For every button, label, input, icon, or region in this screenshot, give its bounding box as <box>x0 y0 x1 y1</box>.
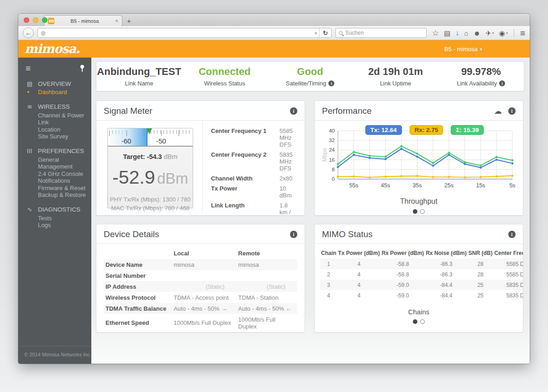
bookmarks-icon[interactable]: ▤ <box>444 30 450 37</box>
back-button[interactable]: ← <box>23 27 34 38</box>
sidebar-item-label: Tests <box>38 215 52 222</box>
downloads-icon[interactable]: ↓ <box>455 29 459 37</box>
table-row: 14-58.8-86.3285585 DFSH <box>320 259 523 269</box>
svg-text:55s: 55s <box>349 182 358 189</box>
sidebar-item-backup-restore[interactable]: Backup & Restore <box>18 191 91 199</box>
sidebar-item-location[interactable]: Location <box>18 126 91 133</box>
bookmark-star-icon[interactable]: ☆ <box>432 29 439 37</box>
search-input[interactable] <box>345 30 423 36</box>
info-icon[interactable]: i <box>290 107 297 115</box>
adblock-icon[interactable]: ◉ <box>499 30 505 37</box>
column-header: Chain <box>320 248 337 259</box>
sidebar-item-link[interactable]: Link <box>18 119 91 126</box>
sidebar-item-management[interactable]: Management <box>18 163 91 170</box>
sidebar-item-tests[interactable]: Tests <box>18 215 91 222</box>
sidebar-section-label: WIRELESS <box>38 103 70 110</box>
sidebar-item-2-4-ghz-console[interactable]: 2.4 GHz Console <box>18 170 91 178</box>
new-tab-button[interactable]: + <box>127 17 131 25</box>
url-dropdown-icon[interactable]: ▾ <box>312 31 319 36</box>
sidebar-section-header-preferences[interactable]: ☰PREFERENCES <box>18 146 91 156</box>
sidebar-item-channel-power[interactable]: Channel & Power <box>18 112 91 119</box>
cell-value: 5835 DFS <box>493 280 523 290</box>
legend-tx-badge[interactable]: Tx: 12.64 <box>365 125 402 135</box>
browser-toolbar: ← ◍ ▾ ↻ ☆ ▤ ↓ ⌂ ☻ ✈ ▾ ◉ ▾ ≡ <box>18 26 530 40</box>
cell-value: 25 <box>468 280 494 290</box>
diagnostics-icon: ∿ <box>26 206 34 213</box>
sidebar-item-notifications[interactable]: Notifications <box>18 177 91 185</box>
stat-label: Link Availabilityi <box>438 80 524 87</box>
search-bar[interactable] <box>335 28 427 38</box>
cell-value: 5835 DFS <box>493 290 523 301</box>
close-tab-icon[interactable]: × <box>115 18 118 24</box>
sidebar-item-firmware-reset[interactable]: Firmware & Reset <box>18 185 91 192</box>
active-item-bullet-icon: ● <box>27 89 29 96</box>
remote-value: 1000Mb/s Full Duplex <box>237 314 297 332</box>
minimize-window-button[interactable] <box>33 17 38 23</box>
cell-value: -58.8 <box>381 259 425 269</box>
carousel-dot[interactable] <box>420 209 425 214</box>
info-icon[interactable]: i <box>499 80 505 86</box>
cell-value: 4 <box>337 259 380 269</box>
stat-label: Link Uptime <box>353 80 438 87</box>
cell-value: -58.8 <box>381 269 425 280</box>
adblock-menu[interactable]: ◉ ▾ <box>499 30 508 37</box>
mimo-carousel <box>320 319 517 324</box>
carousel-dot[interactable] <box>420 319 425 324</box>
info-icon[interactable]: i <box>508 231 516 238</box>
chart-legend: Tx: 12.64Rx: 2.75Σ: 15.39 <box>365 125 484 135</box>
device-details-rows: LocalRemoteDevice NamemimosamimosaSerial… <box>104 248 297 332</box>
remote-value: Auto - 4ms - 50% ← <box>237 303 297 314</box>
tab-bar: m B5 - mimosa × + <box>18 14 530 26</box>
sidebar-item-label: Channel & Power <box>38 112 84 119</box>
sidebar-section-header-wireless[interactable]: ≋WIRELESS <box>18 102 91 112</box>
traffic-lights <box>24 17 47 23</box>
info-icon[interactable]: i <box>328 80 334 86</box>
column-header <box>104 248 172 259</box>
sidebar-section-header-diagnostics[interactable]: ∿DIAGNOSTICS <box>18 205 91 215</box>
carousel-dot-active[interactable] <box>413 319 417 324</box>
detail-value: 10 dBm <box>279 185 296 199</box>
sidebar-collapse-icon[interactable]: ≡ <box>26 64 31 73</box>
site-identity-icon[interactable]: ◍ <box>41 30 45 36</box>
info-icon[interactable]: i <box>508 107 516 115</box>
svg-text:5s: 5s <box>509 182 515 189</box>
target-line: Target: -54.3 dBm <box>108 153 193 160</box>
series-rx <box>338 176 512 178</box>
legend-rx-badge[interactable]: Rx: 2.75 <box>410 125 443 135</box>
legend--badge[interactable]: Σ: 15.39 <box>451 125 484 135</box>
zoom-window-button[interactable] <box>42 17 47 23</box>
device-menu[interactable]: B5 - mimosa ▾ <box>444 46 482 53</box>
device-details-panel: Device Details i LocalRemoteDevice Namem… <box>96 224 305 333</box>
cloud-icon[interactable]: ☁ <box>494 106 502 116</box>
detail-label: Channel Width <box>211 175 279 182</box>
home-icon[interactable]: ⌂ <box>464 30 468 37</box>
cell-value: -84.4 <box>425 290 467 301</box>
cell-value: 28 <box>468 269 494 280</box>
reload-icon[interactable]: ↻ <box>319 28 331 37</box>
share-icon[interactable]: ✈ <box>485 30 491 37</box>
info-icon[interactable]: i <box>290 231 297 238</box>
sidebar-item-site-survey[interactable]: Site Survey <box>18 133 91 140</box>
browser-tab[interactable]: m B5 - mimosa × <box>44 15 122 26</box>
cell-value: 3 <box>320 280 337 290</box>
sidebar-section-header-overview[interactable]: ▤OVERVIEW <box>18 79 91 89</box>
overview-icon: ▤ <box>26 80 34 87</box>
close-window-button[interactable] <box>24 17 29 23</box>
chat-icon[interactable]: ☻ <box>473 30 480 37</box>
sidebar-item-logs[interactable]: Logs <box>18 222 91 229</box>
detail-label: Link Length <box>211 202 279 216</box>
carousel-dot-active[interactable] <box>413 209 417 214</box>
table-row: 34-59.0-84.4255835 DFSH <box>320 280 523 290</box>
sidebar-item-label: Location <box>38 126 60 133</box>
share-menu[interactable]: ✈ ▾ <box>485 30 494 37</box>
table-header-row: LocalRemote <box>104 248 297 259</box>
detail-value: 5585 MHz DFS <box>279 127 296 148</box>
url-input[interactable] <box>48 30 312 36</box>
sidebar-item-dashboard[interactable]: ●Dashboard <box>18 89 91 96</box>
url-bar[interactable]: ◍ ▾ ↻ <box>37 28 332 38</box>
sidebar-pin-icon[interactable] <box>80 65 84 72</box>
toolbar-icons: ☆ ▤ ↓ ⌂ ☻ ✈ ▾ ◉ ▾ ≡ <box>430 29 525 37</box>
sidebar-item-general[interactable]: General <box>18 156 91 164</box>
column-header: Remote <box>237 248 297 259</box>
menu-icon[interactable]: ≡ <box>520 29 525 37</box>
